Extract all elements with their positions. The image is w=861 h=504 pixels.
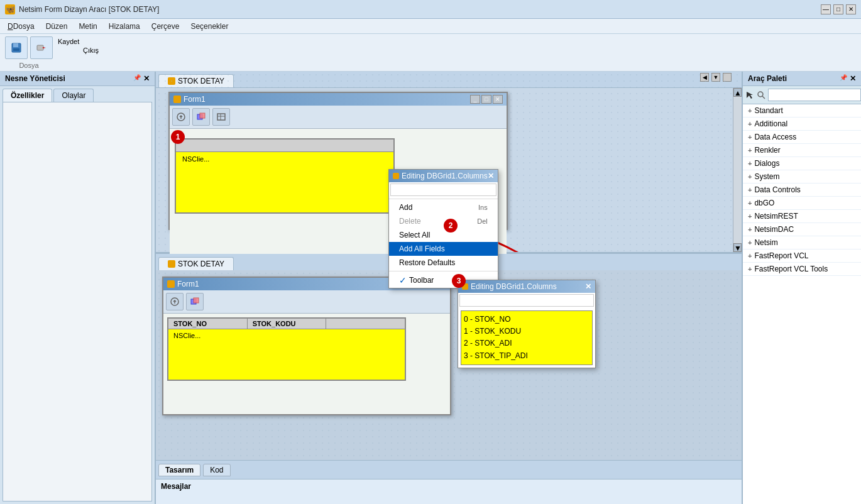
grid-lower[interactable]: STOK_NO STOK_KODU NSClie... (167, 317, 406, 381)
palette-fastreport-vcl-label: FastReport VCL (754, 251, 808, 260)
form-max-btn[interactable]: □ (481, 95, 491, 104)
form-lower-icon (167, 280, 175, 288)
palette-fastreport-vcl-tools-label: FastReport VCL Tools (754, 265, 828, 273)
second-design-tab[interactable]: STOK DETAY (158, 257, 234, 270)
ctx-lower-title-text: Editing DBGrid1.Columns (471, 282, 557, 291)
close-left-panel[interactable]: ✕ (143, 74, 150, 83)
palette-item-fastreport-vcl-tools[interactable]: + FastReport VCL Tools (743, 263, 861, 276)
palette-netsimdac-label: NetsimDAC (754, 225, 794, 234)
title-bar: 🦋 Netsim Form Dizayn Aracı [STOK DETAY] … (0, 0, 861, 19)
form-lower-body: STOK_NO STOK_KODU NSClie... (163, 314, 450, 414)
expand-dbgo: + (748, 199, 752, 207)
form-lower-tool-2[interactable] (186, 293, 204, 310)
palette-data-controls-label: Data Controls (754, 185, 800, 194)
right-panel-header: Araç Paleti 📌 ✕ (743, 72, 861, 86)
scrollbar-down-arrow[interactable]: ▼ (733, 243, 742, 252)
ctx-lower-close[interactable]: ✕ (585, 282, 591, 291)
col-stok-no: STOK_NO (168, 319, 248, 329)
ctx-close-btn[interactable]: ✕ (488, 172, 494, 180)
form-min-btn[interactable]: _ (470, 95, 480, 104)
ctx-input-upper[interactable] (390, 184, 496, 196)
palette-additional-label: Additional (754, 119, 787, 128)
cikis-label: Çıkış (83, 47, 99, 54)
scrollbar-up-arrow[interactable]: ▲ (733, 88, 742, 97)
palette-netsimrest-label: NetsimREST (754, 212, 798, 221)
search-row (743, 86, 861, 104)
palette-item-standart[interactable]: + Standart (743, 104, 861, 118)
form-lower-tool-1[interactable] (166, 293, 184, 310)
ctx-restore-defaults[interactable]: Restore Defaults (389, 256, 498, 270)
menu-hizalama[interactable]: Hizalama (104, 21, 145, 32)
ctx-add-all-fields[interactable]: Add All Fields (389, 242, 498, 256)
canvas-scrollbar-v[interactable]: ▲ ▼ (733, 88, 742, 252)
form-lower-title: Form1 (177, 280, 199, 288)
kaydet-label: Kaydet (58, 38, 99, 45)
menu-cerceve[interactable]: Çerçeve (146, 21, 185, 32)
ctx-icon (393, 173, 399, 179)
form-tool-2[interactable] (192, 108, 210, 126)
pin-icon[interactable]: 📌 (133, 74, 141, 83)
pin-right-icon[interactable]: 📌 (840, 74, 847, 83)
palette-item-additional[interactable]: + Additional (743, 118, 861, 131)
palette-cursor-btn[interactable] (745, 89, 754, 101)
palette-search-input[interactable] (768, 89, 861, 101)
bottom-tab-tasarim[interactable]: Tasarım (158, 464, 200, 476)
palette-item-netsim[interactable]: + Netsim (743, 236, 861, 249)
menu-metin[interactable]: Metin (74, 21, 102, 32)
step-2-bubble: 2 (444, 219, 458, 233)
tab-ozellikler[interactable]: Özellikler (3, 89, 52, 102)
tab-olaylar[interactable]: Olaylar (53, 89, 94, 102)
palette-item-system[interactable]: + System (743, 170, 861, 184)
palette-item-dbgo[interactable]: + dbGO (743, 197, 861, 210)
palette-item-renkler[interactable]: + Renkler (743, 144, 861, 157)
expand-renkler: + (748, 146, 752, 154)
palette-list: + Standart + Additional + Data Access + … (743, 104, 861, 504)
svg-rect-6 (200, 113, 205, 118)
menu-duzen[interactable]: Düzen (41, 21, 73, 32)
palette-item-data-controls[interactable]: + Data Controls (743, 184, 861, 197)
palette-item-netsimrest[interactable]: + NetsimREST (743, 210, 861, 223)
second-canvas: Form1 (156, 270, 742, 460)
toolbar-section-label: Dosya (19, 62, 38, 69)
divider-1 (389, 199, 498, 199)
close-button[interactable]: ✕ (846, 4, 856, 14)
expand-data-access: + (748, 133, 752, 141)
svg-rect-2 (13, 48, 19, 51)
ctx-add[interactable]: Add Ins (389, 200, 498, 214)
palette-item-fastreport-vcl[interactable]: + FastReport VCL (743, 249, 861, 263)
toolbar-group-dosya: Dosya (5, 36, 53, 69)
palette-item-netsimdac[interactable]: + NetsimDAC (743, 223, 861, 236)
editing-dialog-lower: Editing DBGrid1.Columns ✕ 3 0 - STOK_NO … (458, 280, 596, 368)
palette-item-data-access[interactable]: + Data Access (743, 131, 861, 144)
form-tool-3[interactable] (212, 108, 230, 126)
form-icon (173, 96, 181, 103)
cikis-button[interactable] (30, 36, 53, 59)
nsclient-upper-label: NSClie... (182, 155, 209, 163)
form-close-btn[interactable]: ✕ (493, 95, 503, 104)
left-panel-header: Nesne Yöneticisi 📌 ✕ (0, 72, 155, 86)
bottom-tab-kod[interactable]: Kod (203, 464, 230, 476)
col-list[interactable]: 0 - STOK_NO 1 - STOK_KODU 2 - STOK_ADI 3… (461, 310, 593, 365)
form-toolbar-lower (163, 290, 450, 314)
form-tool-1[interactable] (172, 108, 190, 126)
menu-secenekler[interactable]: Seçenekler (185, 21, 233, 32)
minimize-button[interactable]: — (821, 4, 831, 14)
palette-item-dialogs[interactable]: + Dialogs (743, 157, 861, 170)
expand-standart: + (748, 107, 752, 114)
kaydet-button[interactable] (5, 36, 28, 59)
palette-search-icon[interactable] (757, 89, 765, 101)
ctx-lower-input[interactable] (459, 294, 594, 307)
svg-rect-3 (37, 45, 43, 50)
left-panel: Nesne Yöneticisi 📌 ✕ Özellikler Olaylar (0, 72, 156, 504)
ctx-select-all[interactable]: Select All (389, 228, 498, 242)
grid-body-lower[interactable]: NSClie... (168, 329, 405, 380)
close-right-panel[interactable]: ✕ (850, 74, 856, 83)
maximize-button[interactable]: □ (833, 4, 843, 14)
grid-header (176, 140, 393, 152)
yellow-grid-upper[interactable]: NSClie... (175, 138, 395, 214)
form-toolbar-upper (170, 106, 507, 129)
palette-system-label: System (754, 172, 779, 181)
col-list-item-2: 2 - STOK_ADI (464, 337, 590, 349)
menu-dosya[interactable]: DDosya (3, 21, 40, 32)
ctx-title-text: Editing DBGrid1.Columns (402, 172, 488, 180)
